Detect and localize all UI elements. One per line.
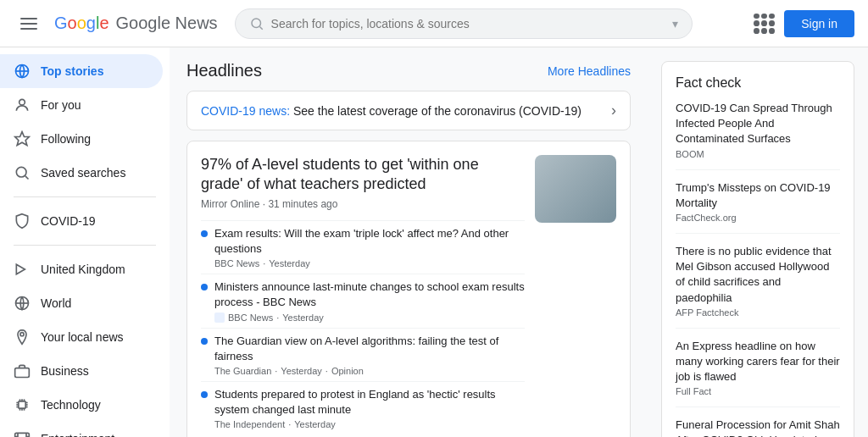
sidebar-item-technology[interactable]: Technology — [0, 388, 163, 422]
svg-point-6 — [16, 167, 26, 177]
headlines-header: Headlines More Headlines — [186, 61, 631, 80]
shield-icon — [14, 213, 31, 230]
saved-search-icon — [14, 164, 31, 181]
svg-marker-5 — [15, 132, 30, 146]
svg-point-0 — [252, 19, 261, 28]
logo-news-text: Google News — [116, 14, 218, 33]
fact-title-1[interactable]: COVID-19 Can Spread Through Infected Peo… — [676, 101, 840, 147]
article-1-source: Mirror Online · 31 minutes ago — [201, 198, 525, 210]
svg-line-1 — [259, 26, 262, 29]
header: Google Google News ▾ Sign in — [0, 0, 868, 47]
sidebar-item-entertainment[interactable]: Entertainment — [0, 422, 163, 437]
sidebar-label-for-you: For you — [41, 98, 81, 112]
fact-item-4: An Express headline on how many working … — [676, 339, 840, 408]
logo: Google Google News — [54, 14, 218, 33]
fact-item-1: COVID-19 Can Spread Through Infected Peo… — [676, 101, 840, 170]
sidebar-item-business[interactable]: Business — [0, 354, 163, 388]
sidebar-item-covid[interactable]: COVID-19 — [0, 204, 163, 238]
sidebar-label-saved-searches: Saved searches — [41, 166, 125, 180]
related-meta-1-4: The Independent · Yesterday — [214, 419, 525, 429]
sidebar-label-business: Business — [41, 364, 89, 378]
related-item-1-4: Students prepared to protest in England … — [201, 381, 525, 434]
sidebar-label-local-news: Your local news — [41, 330, 124, 344]
related-bullet-2 — [201, 284, 208, 290]
sidebar-label-entertainment: Entertainment — [41, 432, 114, 437]
svg-rect-12 — [19, 401, 25, 408]
star-icon — [14, 130, 31, 147]
related-item-1-1: Exam results: Will the exam 'triple lock… — [201, 220, 525, 274]
sidebar: Top stories For you Following — [0, 47, 170, 437]
svg-line-7 — [25, 176, 29, 180]
related-meta-1-3: The Guardian · Yesterday · Opinion — [214, 366, 525, 376]
related-title-1-3[interactable]: The Guardian view on A-level algorithms:… — [214, 334, 525, 364]
sidebar-item-following[interactable]: Following — [0, 122, 163, 156]
chip-icon — [14, 396, 31, 413]
person-icon — [14, 97, 31, 113]
fact-source-3: AFP Factcheck — [676, 307, 840, 318]
news-card-content-1: 97% of A-level students to get 'within o… — [201, 155, 525, 434]
sidebar-item-local-news[interactable]: Your local news — [0, 320, 163, 354]
search-icon — [249, 16, 264, 31]
sidebar-label-covid: COVID-19 — [41, 214, 96, 228]
news-card-main-1: 97% of A-level students to get 'within o… — [201, 155, 616, 434]
sign-in-button[interactable]: Sign in — [784, 10, 854, 37]
world-icon — [14, 295, 31, 312]
related-bullet-3 — [201, 338, 208, 345]
flag-icon — [14, 261, 31, 278]
related-title-1-4[interactable]: Students prepared to protest in England … — [214, 387, 525, 418]
sidebar-divider-1 — [14, 196, 156, 197]
fact-item-3: There is no public evidence that Mel Gib… — [676, 244, 840, 329]
covid-banner[interactable]: COVID-19 news: See the latest coverage o… — [186, 91, 631, 130]
covid-link-text: COVID-19 news: — [201, 104, 290, 118]
fact-item-2: Trump's Missteps on COVID-19 Mortality F… — [676, 180, 840, 234]
layout: Top stories For you Following — [0, 47, 868, 437]
related-title-1-2[interactable]: Ministers announce last-minute changes t… — [214, 279, 525, 310]
sidebar-item-top-stories[interactable]: Top stories — [0, 54, 163, 88]
sidebar-item-united-kingdom[interactable]: United Kingdom — [0, 252, 163, 286]
related-bullet — [201, 230, 208, 237]
covid-arrow-icon: › — [611, 102, 616, 119]
headlines-title: Headlines — [186, 61, 262, 80]
related-bullet-4 — [201, 391, 208, 398]
fact-check-title: Fact check — [676, 75, 840, 91]
fact-check-section: Fact check COVID-19 Can Spread Through I… — [661, 61, 854, 437]
sidebar-item-for-you[interactable]: For you — [0, 88, 163, 122]
header-right: Sign in — [754, 10, 854, 37]
sidebar-label-following: Following — [41, 132, 91, 146]
related-item-1-3: The Guardian view on A-level algorithms:… — [201, 328, 525, 381]
search-bar[interactable]: ▾ — [235, 8, 693, 39]
fact-title-4[interactable]: An Express headline on how many working … — [676, 339, 840, 385]
briefcase-icon — [14, 362, 31, 379]
related-meta-1-2: BBC News · Yesterday — [214, 313, 525, 323]
fact-title-3[interactable]: There is no public evidence that Mel Gib… — [676, 244, 840, 306]
svg-point-10 — [20, 333, 24, 336]
covid-banner-text: COVID-19 news: See the latest coverage o… — [201, 104, 581, 118]
more-headlines-link[interactable]: More Headlines — [548, 64, 631, 78]
fact-source-4: Full Fact — [676, 386, 840, 396]
news-card-1: 97% of A-level students to get 'within o… — [186, 141, 631, 437]
fact-item-5: Funeral Procession for Amit Shah After C… — [676, 418, 840, 437]
location-icon — [14, 329, 31, 346]
fact-title-2[interactable]: Trump's Missteps on COVID-19 Mortality — [676, 180, 840, 211]
globe-icon — [14, 63, 31, 80]
sidebar-label-technology: Technology — [41, 398, 101, 412]
search-dropdown-icon: ▾ — [672, 17, 678, 30]
related-title-1-1[interactable]: Exam results: Will the exam 'triple lock… — [214, 226, 525, 257]
film-icon — [14, 430, 31, 437]
sidebar-label-united-kingdom: United Kingdom — [41, 263, 125, 276]
menu-button[interactable] — [14, 11, 44, 36]
sidebar-label-top-stories: Top stories — [41, 64, 103, 78]
sidebar-item-world[interactable]: World — [0, 286, 163, 320]
article-1-image — [535, 155, 616, 223]
main-content: Headlines More Headlines COVID-19 news: … — [170, 47, 648, 437]
related-meta-1-1: BBC News · Yesterday — [214, 258, 525, 268]
related-content-3: The Guardian view on A-level algorithms:… — [214, 334, 525, 376]
sidebar-item-saved-searches[interactable]: Saved searches — [0, 156, 163, 190]
svg-rect-11 — [15, 368, 30, 378]
apps-button[interactable] — [754, 14, 774, 34]
fact-title-5[interactable]: Funeral Procession for Amit Shah After C… — [676, 418, 840, 437]
right-panel: Fact check COVID-19 Can Spread Through I… — [648, 47, 868, 437]
fact-source-2: FactCheck.org — [676, 213, 840, 223]
article-1-title[interactable]: 97% of A-level students to get 'within o… — [201, 155, 525, 195]
search-input[interactable] — [271, 17, 665, 30]
